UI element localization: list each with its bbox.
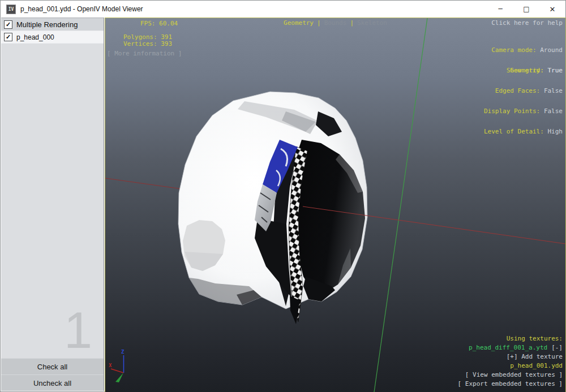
view-embedded-textures-button[interactable]: [ View embedded textures ] — [458, 371, 563, 380]
world-axis-red-left — [105, 178, 182, 189]
export-embedded-textures-button[interactable]: [ Export embedded textures ] — [458, 380, 563, 389]
axis-x-label: X — [109, 363, 112, 368]
add-texture-button[interactable]: [+] Add texture — [458, 352, 563, 361]
multiple-rendering-label: Multiple Rendering — [16, 20, 78, 29]
texture-name-link[interactable]: p_head_diff_001_a.ytd — [469, 344, 547, 351]
model-label: p_head_000 — [16, 33, 54, 41]
tab-separator: | — [350, 19, 354, 27]
tab-skeleton[interactable]: Skeleton — [357, 19, 387, 27]
minimize-button[interactable]: ─ — [487, 1, 513, 18]
vertices-readout: Vertices: 393 — [123, 40, 172, 48]
maximize-button[interactable]: □ — [513, 1, 539, 18]
model-list-sidebar: ✓ Multiple Rendering ✓ p_head_000 1 Chec… — [1, 18, 104, 391]
sidebar-item-model[interactable]: ✓ p_head_000 — [1, 31, 104, 44]
texture-entry-row: p_head_diff_001_a.ytd[-] — [458, 343, 563, 352]
help-link[interactable]: Click here for help — [491, 20, 563, 27]
camera-mode-row[interactable]: Camera mode: Around — [491, 47, 563, 54]
titlebar: IV p_head_001.ydd - OpenIV Model Viewer … — [1, 1, 565, 18]
app-icon: IV — [6, 5, 16, 14]
grid-line-green — [374, 18, 427, 392]
render-viewport[interactable]: Z X FPS: 60.04 Polygons: 391 Vertices: 3… — [105, 18, 566, 392]
close-button[interactable]: ✕ — [539, 1, 565, 18]
remove-texture-button[interactable]: [-] — [551, 344, 563, 351]
tab-geometry[interactable]: Geometry — [284, 19, 314, 27]
window-title: p_head_001.ydd - OpenIV Model Viewer — [20, 5, 143, 13]
level-of-detail-row[interactable]: Level of Detail: High — [484, 128, 563, 135]
app-window: IV p_head_001.ydd - OpenIV Model Viewer … — [0, 0, 566, 392]
multiple-rendering-checkbox[interactable]: ✓ — [4, 20, 12, 29]
sidebar-buttons: Check all Uncheck all — [1, 358, 104, 391]
axis-z-label: Z — [121, 349, 125, 355]
uncheck-all-button[interactable]: Uncheck all — [1, 374, 104, 391]
edged-faces-toggle-row[interactable]: Edged Faces: False — [484, 88, 563, 94]
display-points-toggle-row[interactable]: Display Points: False — [484, 108, 563, 115]
render-settings: Geometry: True Edged Faces: False Displa… — [484, 54, 563, 149]
tab-bounds[interactable]: Bounds — [324, 19, 347, 27]
embedded-model-file: p_head_001.ydd — [458, 361, 563, 371]
tab-separator: | — [317, 19, 321, 27]
sidebar-item-multiple-rendering[interactable]: ✓ Multiple Rendering — [1, 18, 104, 31]
axis-gizmo: Z X — [109, 349, 125, 382]
model-checkbox[interactable]: ✓ — [4, 33, 12, 41]
model-police-hat — [178, 92, 367, 324]
check-all-button[interactable]: Check all — [1, 358, 104, 374]
textures-panel: Using textures: p_head_diff_001_a.ytd[-]… — [458, 334, 563, 389]
using-textures-heading: Using textures: — [458, 334, 563, 343]
more-information-link[interactable]: [ More information ] — [107, 50, 182, 57]
geometry-toggle-row[interactable]: Geometry: True — [484, 67, 563, 74]
lod-watermark: 1 — [64, 311, 92, 350]
